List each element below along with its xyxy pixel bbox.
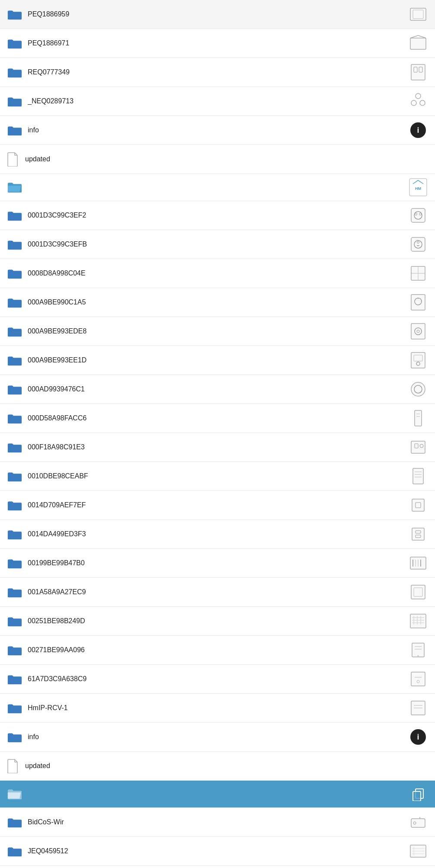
- list-item[interactable]: 0010DBE98CEABF: [0, 462, 435, 491]
- list-item[interactable]: 000F18A98C91E3: [0, 433, 435, 462]
- item-label: 000A9BE993EE1D: [28, 356, 87, 364]
- list-item[interactable]: 000D58A98FACC6: [0, 404, 435, 433]
- item-label: 0001D3C99C3EFB: [28, 240, 87, 248]
- item-label: 00251BE98B249D: [28, 617, 85, 625]
- folder-icon: [7, 615, 22, 627]
- list-item[interactable]: 61A7D3C9A638C9: [0, 665, 435, 694]
- list-item[interactable]: 00271BE99AA096: [0, 636, 435, 665]
- list-item[interactable]: 000AD9939476C1: [0, 375, 435, 404]
- list-item[interactable]: updated: [0, 145, 435, 174]
- item-label: JEQ0459512: [28, 847, 68, 855]
- item-label: 000F18A98C91E3: [28, 443, 85, 451]
- item-thumbnail: [408, 756, 428, 776]
- folder-icon: [7, 528, 22, 540]
- info-badge: i: [410, 122, 426, 138]
- item-thumbnail: [408, 640, 428, 660]
- folder-icon: [7, 383, 22, 395]
- svg-rect-45: [412, 528, 424, 540]
- folder-icon: [7, 845, 22, 857]
- item-label: PEQ1886959: [28, 10, 69, 18]
- item-label: 000D58A98FACC6: [28, 414, 87, 422]
- svg-rect-62: [412, 643, 424, 657]
- item-label: 000AD9939476C1: [28, 385, 85, 393]
- section-header-1[interactable]: HM: [0, 174, 435, 201]
- item-thumbnail: [408, 669, 428, 689]
- list-item[interactable]: PEQ1886971: [0, 29, 435, 58]
- section-header-2[interactable]: [0, 781, 435, 808]
- item-thumbnail: [408, 205, 428, 225]
- folder-icon: [7, 499, 22, 511]
- svg-rect-15: [411, 237, 425, 251]
- list-item[interactable]: 0008D8A998C04E: [0, 259, 435, 288]
- list-item[interactable]: JEQ0459602: [0, 866, 435, 868]
- list-item[interactable]: 00251BE98B249D: [0, 607, 435, 636]
- list-item[interactable]: _NEQ0289713: [0, 87, 435, 116]
- folder-icon: [7, 470, 22, 482]
- list-item[interactable]: HmIP-RCV-1: [0, 694, 435, 723]
- list-item[interactable]: 000A9BE993EDE8: [0, 317, 435, 346]
- list-item[interactable]: JEQ0459512: [0, 837, 435, 866]
- item-thumbnail: [408, 379, 428, 399]
- folder-icon: [7, 441, 22, 453]
- list-item[interactable]: 00199BE99B47B0: [0, 549, 435, 578]
- folder-icon: [7, 816, 22, 828]
- item-label: PEQ1886971: [28, 39, 69, 47]
- folder-icon: [7, 702, 22, 714]
- svg-rect-55: [410, 614, 426, 628]
- svg-rect-66: [411, 672, 425, 686]
- svg-rect-25: [411, 323, 425, 339]
- file-list: PEQ1886959 PEQ1886971 REQ0777349 _NEQ028…: [0, 0, 435, 868]
- folder-icon: [7, 644, 22, 656]
- item-thumbnail: i: [408, 120, 428, 140]
- list-item[interactable]: infoi: [0, 723, 435, 752]
- svg-point-8: [420, 100, 425, 106]
- svg-text:HM: HM: [415, 186, 421, 191]
- folder-icon: [7, 586, 22, 598]
- item-thumbnail: [408, 582, 428, 602]
- svg-rect-43: [412, 499, 424, 511]
- list-item[interactable]: 0001D3C99C3EF2: [0, 201, 435, 230]
- homematic-icon: HM: [409, 178, 428, 197]
- item-label: info: [28, 126, 39, 134]
- list-item[interactable]: 0001D3C99C3EFB: [0, 230, 435, 259]
- list-item[interactable]: 000A9BE993EE1D: [0, 346, 435, 375]
- item-thumbnail: [408, 495, 428, 515]
- open-folder-active-icon: [7, 788, 22, 800]
- item-thumbnail: [408, 234, 428, 254]
- svg-rect-53: [411, 585, 425, 599]
- svg-point-6: [416, 93, 421, 99]
- item-label: 00199BE99B47B0: [28, 559, 85, 567]
- folder-icon: [7, 209, 22, 221]
- folder-icon: [7, 296, 22, 308]
- list-item[interactable]: BidCoS-Wir: [0, 808, 435, 837]
- folder-icon: [7, 66, 22, 78]
- item-label: 001A58A9A27EC9: [28, 588, 86, 596]
- item-thumbnail: [408, 408, 428, 428]
- folder-icon: [7, 95, 22, 107]
- list-item[interactable]: 001A58A9A27EC9: [0, 578, 435, 607]
- svg-rect-22: [411, 295, 425, 310]
- list-item[interactable]: PEQ1886959: [0, 0, 435, 29]
- svg-point-63: [417, 655, 419, 657]
- item-thumbnail: [408, 263, 428, 283]
- folder-icon: [7, 354, 22, 366]
- folder-icon: [7, 8, 22, 20]
- item-label: 00271BE99AA096: [28, 646, 85, 654]
- folder-icon: [7, 37, 22, 49]
- list-item[interactable]: infoi: [0, 116, 435, 145]
- item-label: updated: [25, 762, 50, 770]
- list-item[interactable]: 0014DA499ED3F3: [0, 520, 435, 549]
- list-item[interactable]: 0014D709AEF7EF: [0, 491, 435, 520]
- item-label: 0008D8A998C04E: [28, 269, 85, 277]
- list-item[interactable]: REQ0777349: [0, 58, 435, 87]
- folder-icon: [7, 238, 22, 250]
- item-thumbnail: [408, 524, 428, 544]
- item-thumbnail: [408, 4, 428, 24]
- item-thumbnail: [408, 91, 428, 111]
- list-item[interactable]: 000A9BE990C1A5: [0, 288, 435, 317]
- item-thumbnail: [408, 698, 428, 718]
- item-thumbnail: [408, 321, 428, 341]
- folder-icon: [7, 412, 22, 424]
- list-item[interactable]: updated: [0, 752, 435, 781]
- section-2-thumb: [408, 784, 428, 804]
